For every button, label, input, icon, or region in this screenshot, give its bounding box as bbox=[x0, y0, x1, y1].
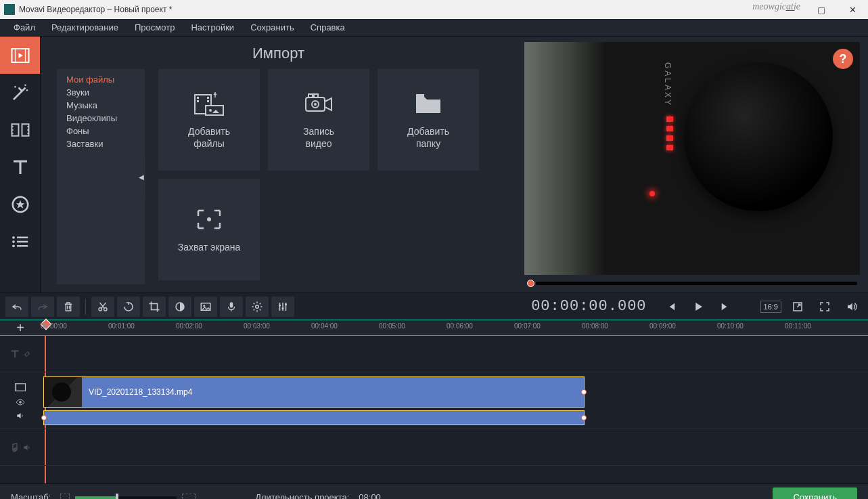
svg-point-19 bbox=[12, 240, 15, 243]
clip-handle-right[interactable] bbox=[581, 389, 587, 395]
svg-rect-24 bbox=[197, 97, 199, 99]
tool-filters[interactable] bbox=[0, 74, 40, 111]
image-button[interactable] bbox=[194, 297, 217, 317]
import-cat-music[interactable]: Музыка bbox=[57, 99, 145, 112]
tile-record-video[interactable]: Запись видео bbox=[268, 69, 369, 171]
svg-rect-28 bbox=[206, 106, 223, 115]
svg-rect-42 bbox=[230, 302, 233, 307]
ruler-mark: 00:11:00 bbox=[785, 322, 811, 330]
zoom-in-icon[interactable] bbox=[182, 494, 196, 500]
save-button[interactable]: Сохранить bbox=[773, 487, 857, 499]
sidebar-collapse-button[interactable]: ◀ bbox=[137, 156, 145, 197]
delete-button[interactable] bbox=[57, 297, 80, 317]
add-track-button[interactable]: + bbox=[0, 320, 41, 335]
menu-settings[interactable]: Настройки bbox=[183, 20, 242, 35]
tool-transitions[interactable] bbox=[0, 111, 40, 148]
titles-track[interactable] bbox=[41, 336, 868, 372]
import-cat-intros[interactable]: Заставки bbox=[57, 137, 145, 150]
mic-button[interactable] bbox=[220, 297, 243, 317]
folder-icon bbox=[412, 90, 444, 117]
import-cat-sounds[interactable]: Звуки bbox=[57, 86, 145, 99]
import-cat-myfiles[interactable]: Мои файлы bbox=[57, 73, 145, 86]
clip-handle-right[interactable] bbox=[581, 415, 587, 420]
svg-rect-25 bbox=[197, 100, 199, 102]
svg-rect-18 bbox=[17, 236, 28, 238]
tile-add-folder[interactable]: Добавить папку bbox=[378, 69, 479, 171]
import-title: Импорт bbox=[252, 45, 304, 62]
svg-point-21 bbox=[12, 244, 15, 247]
svg-point-9 bbox=[12, 126, 13, 127]
duration-value: 08:00 bbox=[359, 492, 381, 499]
cut-button[interactable] bbox=[91, 297, 114, 317]
tile-add-files[interactable]: Добавить файлы bbox=[158, 69, 260, 171]
import-cat-backgrounds[interactable]: Фоны bbox=[57, 125, 145, 137]
zoom-out-icon[interactable] bbox=[60, 494, 70, 500]
speaker-icon[interactable] bbox=[16, 411, 25, 420]
redo-button[interactable] bbox=[31, 297, 54, 317]
timeline: VID_20201218_133134.mp4 bbox=[0, 336, 868, 483]
fullscreen-button[interactable] bbox=[814, 297, 836, 317]
prev-button[interactable] bbox=[660, 297, 682, 317]
timeline-ruler[interactable]: + 00:00:0000:01:0000:02:0000:03:0000:04:… bbox=[0, 320, 868, 336]
svg-rect-22 bbox=[17, 245, 28, 247]
preview-scrubber[interactable] bbox=[527, 279, 857, 287]
maximize-button[interactable]: ▢ bbox=[806, 0, 837, 19]
crop-button[interactable] bbox=[143, 297, 166, 317]
tool-stickers[interactable] bbox=[0, 186, 40, 223]
menu-edit[interactable]: Редактирование bbox=[43, 20, 127, 35]
clip-handle-left[interactable] bbox=[41, 415, 47, 420]
camera-icon bbox=[302, 90, 335, 117]
settings-button[interactable] bbox=[246, 297, 269, 317]
ruler-mark: 00:10:00 bbox=[717, 322, 744, 330]
play-button[interactable] bbox=[687, 297, 709, 317]
track-label-titles[interactable] bbox=[0, 336, 41, 372]
menu-help[interactable]: Справка bbox=[302, 20, 353, 35]
video-clip[interactable]: VID_20201218_133134.mp4 bbox=[43, 376, 585, 408]
ruler-mark: 00:05:00 bbox=[379, 322, 405, 330]
timecode-display: 00:00:00.000 bbox=[531, 298, 646, 315]
minimize-button[interactable]: — bbox=[775, 0, 806, 19]
eye-icon[interactable] bbox=[16, 397, 25, 407]
svg-rect-27 bbox=[207, 100, 209, 102]
duration-label: Длительность проекта: bbox=[255, 492, 349, 499]
svg-marker-16 bbox=[16, 200, 24, 208]
color-button[interactable] bbox=[168, 297, 191, 317]
audio-track[interactable] bbox=[41, 429, 868, 466]
preview-video[interactable]: GALAXY bbox=[524, 42, 860, 275]
track-label-video[interactable] bbox=[0, 372, 41, 429]
speaker-icon[interactable] bbox=[22, 443, 32, 452]
help-button[interactable]: ? bbox=[833, 49, 853, 69]
equalizer-button[interactable] bbox=[271, 297, 294, 317]
svg-point-36 bbox=[207, 217, 211, 221]
rotate-button[interactable] bbox=[117, 297, 140, 317]
aspect-ratio-button[interactable]: 16:9 bbox=[760, 301, 781, 313]
app-logo-icon bbox=[4, 4, 15, 15]
audio-clip[interactable] bbox=[43, 410, 585, 425]
tile-screen-capture[interactable]: Захват экрана bbox=[158, 179, 260, 280]
menu-save[interactable]: Сохранить bbox=[242, 20, 302, 35]
next-button[interactable] bbox=[714, 297, 736, 317]
menubar: Файл Редактирование Просмотр Настройки С… bbox=[0, 19, 868, 37]
track-label-audio[interactable] bbox=[0, 429, 41, 466]
tool-titles[interactable] bbox=[0, 148, 40, 186]
svg-point-10 bbox=[12, 129, 13, 131]
ruler-mark: 00:00:00 bbox=[41, 322, 67, 330]
video-track[interactable]: VID_20201218_133134.mp4 bbox=[41, 372, 868, 429]
svg-point-52 bbox=[16, 389, 16, 389]
menu-file[interactable]: Файл bbox=[5, 20, 43, 35]
svg-point-50 bbox=[16, 385, 16, 385]
tile-add-files-label: Добавить файлы bbox=[188, 125, 230, 150]
tool-import[interactable] bbox=[0, 37, 40, 74]
popout-button[interactable] bbox=[787, 297, 808, 317]
import-cat-videoclips[interactable]: Видеоклипы bbox=[57, 112, 145, 125]
svg-point-29 bbox=[209, 109, 212, 112]
undo-button[interactable] bbox=[5, 297, 28, 317]
zoom-label: Масштаб: bbox=[11, 492, 51, 499]
close-button[interactable]: ✕ bbox=[837, 0, 868, 19]
menu-view[interactable]: Просмотр bbox=[127, 20, 183, 35]
tool-more[interactable] bbox=[0, 223, 40, 260]
ruler-mark: 00:06:00 bbox=[447, 322, 473, 330]
zoom-slider[interactable] bbox=[60, 494, 196, 500]
svg-point-51 bbox=[16, 387, 16, 387]
volume-button[interactable] bbox=[841, 297, 863, 317]
